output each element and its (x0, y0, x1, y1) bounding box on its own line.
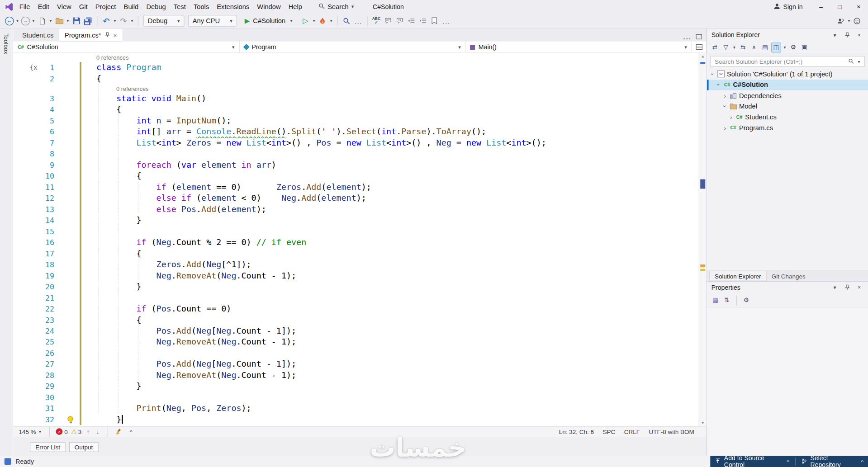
code-line[interactable]: 28 Neg.RemoveAt(Neg.Count - 1); (13, 370, 698, 381)
tree-item-c-solution[interactable]: ›C#C#Solution (707, 80, 868, 90)
save-all-icon[interactable] (82, 14, 93, 27)
indentation-indicator[interactable]: SPC (603, 428, 616, 435)
glyph-margin[interactable] (13, 137, 35, 148)
debug-target-dropdown[interactable]: Debug ▾ (143, 15, 184, 27)
search-input[interactable] (714, 57, 846, 65)
glyph-margin[interactable] (13, 370, 35, 381)
uncomment-icon[interactable] (394, 14, 405, 27)
background-tasks-icon[interactable] (5, 458, 11, 465)
navigate-forward-dropdown-icon[interactable]: ▾ (31, 18, 36, 23)
menu-item-build[interactable]: Build (120, 0, 142, 13)
glyph-margin[interactable] (13, 303, 35, 314)
open-file-dropdown-icon[interactable]: ▾ (65, 18, 70, 23)
code-line[interactable]: 10 { (13, 170, 698, 181)
chevron-down-icon[interactable]: ▾ (830, 284, 840, 290)
menu-item-view[interactable]: View (53, 0, 76, 13)
show-all-files-icon[interactable]: ▤ (760, 42, 770, 52)
glyph-margin[interactable] (13, 281, 35, 292)
code-line[interactable]: 23 { (13, 314, 698, 325)
file-nesting-icon[interactable]: ◫ (771, 42, 781, 52)
code-line[interactable]: {x1class Program (13, 62, 698, 73)
glyph-margin[interactable] (13, 148, 35, 159)
menu-item-project[interactable]: Project (91, 0, 120, 13)
glyph-margin[interactable] (13, 270, 35, 281)
member-dropdown[interactable]: Main() ▾ (466, 42, 692, 52)
categorized-icon[interactable]: ▦ (710, 295, 720, 305)
tree-item-program-cs[interactable]: ›C#Program.cs (707, 123, 868, 133)
menu-item-edit[interactable]: Edit (34, 0, 53, 13)
menu-item-test[interactable]: Test (170, 0, 190, 13)
glyph-margin[interactable] (13, 381, 35, 392)
switch-views-icon[interactable]: ⇄ (710, 42, 720, 52)
glyph-margin[interactable] (13, 115, 35, 126)
codelens-references[interactable]: 0 references (83, 53, 129, 62)
undo-dropdown-icon[interactable]: ▾ (112, 18, 117, 23)
solution-explorer-header[interactable]: Solution Explorer ▾ × (707, 29, 868, 41)
save-icon[interactable] (71, 14, 82, 27)
panel-tab-git-changes[interactable]: Git Changes (767, 271, 811, 281)
code-line[interactable]: 12 else if (element < 0) Neg.Add(element… (13, 193, 698, 203)
code-line[interactable]: 7 List<int> Zeros = new List<int>() , Po… (13, 137, 698, 148)
code-line[interactable]: 29 } (13, 381, 698, 392)
select-repository-button[interactable]: Select Repository (811, 455, 857, 467)
glyph-margin[interactable] (13, 203, 35, 214)
close-icon[interactable]: × (855, 32, 864, 38)
filter-dropdown-icon[interactable]: ▾ (732, 45, 737, 50)
search-options-icon[interactable]: ▾ (856, 59, 861, 64)
tab-program-cs[interactable]: Program.cs*× (59, 29, 123, 42)
code-line[interactable]: 19 Neg.RemoveAt(Neg.Count - 1); (13, 270, 698, 281)
glyph-margin[interactable] (13, 259, 35, 270)
file-nesting-dropdown-icon[interactable]: ▾ (782, 45, 787, 50)
glyph-margin[interactable] (13, 248, 35, 259)
zoom-dropdown[interactable]: 145 % ▾ (17, 428, 43, 435)
panel-tab-solution-explorer[interactable]: Solution Explorer (709, 271, 767, 281)
chevron-down-icon[interactable]: ▾ (830, 32, 840, 38)
pin-icon[interactable] (843, 284, 852, 290)
scrollbar-thumb[interactable] (700, 179, 705, 189)
sync-with-active-document-icon[interactable]: ⇆ (738, 42, 748, 52)
code-line[interactable]: 8 (13, 148, 698, 159)
live-share-dropdown-icon[interactable]: ▾ (846, 18, 851, 23)
solution-explorer-search[interactable]: ▾ (710, 56, 864, 67)
code-line[interactable]: 9 foreach (var element in arr) (13, 159, 698, 170)
glyph-margin[interactable] (13, 336, 35, 347)
chevron-right-icon[interactable]: › (727, 114, 735, 121)
code-line[interactable]: 32 } (13, 414, 698, 425)
close-icon[interactable]: × (114, 32, 117, 38)
code-line[interactable]: 4 { (13, 104, 698, 115)
chevron-down-icon[interactable]: › (721, 103, 728, 110)
error-count-badge[interactable]: × 0 (56, 428, 68, 435)
chevron-right-icon[interactable]: › (721, 125, 729, 132)
code-line[interactable]: 22 if (Pos.Count == 0) (13, 303, 698, 314)
menu-item-file[interactable]: File (15, 0, 34, 13)
code-line[interactable]: 3 static void Main() (13, 93, 698, 104)
chevron-down-icon[interactable]: › (716, 81, 722, 89)
glyph-margin[interactable] (13, 181, 35, 192)
glyph-margin[interactable] (13, 193, 35, 203)
split-editor-icon[interactable] (692, 42, 707, 52)
cursor-position-indicator[interactable]: Ln: 32, Ch: 6 (559, 428, 594, 435)
glyph-margin[interactable] (13, 403, 35, 414)
code-line[interactable]: 17 { (13, 248, 698, 259)
property-pages-icon[interactable]: ⚙ (741, 295, 751, 305)
warning-count-badge[interactable]: ⚠ 3 (71, 428, 81, 435)
indent-decrease-icon[interactable] (406, 14, 417, 27)
code-line[interactable]: 27 Pos.Add(Neg[Neg.Count - 1]); (13, 359, 698, 369)
code-line[interactable]: 11 if (element == 0) Zeros.Add(element); (13, 181, 698, 192)
tree-item-student-cs[interactable]: ›C#Student.cs (707, 112, 868, 123)
code-line[interactable]: 16 if (Neg.Count % 2 == 0) // if even (13, 237, 698, 248)
properties-header[interactable]: Properties ▾ × (707, 281, 868, 293)
redo-icon[interactable]: ↷ (118, 14, 129, 27)
panel-tab-error-list[interactable]: Error List (30, 442, 66, 452)
code-editor[interactable]: 0 references{x1class Program2{0 referenc… (13, 53, 706, 426)
tree-item-model[interactable]: ›Model (707, 101, 868, 112)
project-dropdown[interactable]: C# C#Solution ▾ (13, 42, 239, 52)
live-share-icon[interactable] (835, 14, 846, 27)
hot-reload-dropdown-icon[interactable]: ▾ (329, 18, 334, 23)
open-file-icon[interactable] (54, 14, 65, 27)
editor-scrollbar[interactable]: ▲ ▼ (699, 53, 707, 426)
undo-icon[interactable]: ↶ (101, 14, 112, 27)
bookmark-icon[interactable] (429, 14, 440, 27)
spell-check-icon[interactable]: ABC✓ (371, 14, 382, 27)
glyph-margin[interactable] (13, 226, 35, 236)
